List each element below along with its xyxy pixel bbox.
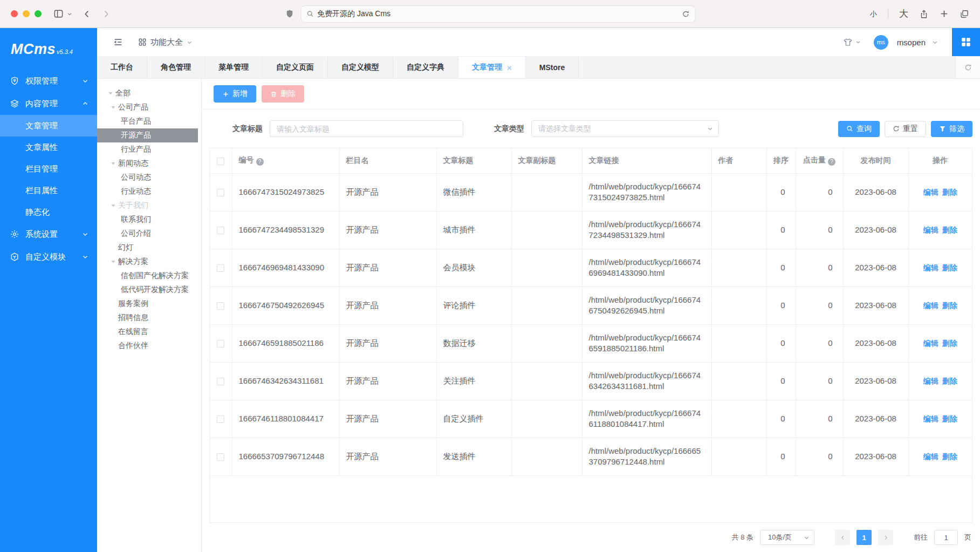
feature-menu[interactable]: 功能大全 xyxy=(138,37,193,47)
tab[interactable]: 自定义页面 xyxy=(263,57,328,78)
edit-link[interactable]: 编辑 xyxy=(923,263,938,272)
tree-node[interactable]: 行业动态 xyxy=(97,185,201,199)
row-checkbox[interactable] xyxy=(217,378,224,385)
row-checkbox[interactable] xyxy=(217,189,224,196)
tab[interactable]: 自定义字典 xyxy=(393,57,458,78)
add-button[interactable]: 新增 xyxy=(214,85,256,103)
tree-node[interactable]: 新闻动态 xyxy=(97,156,201,171)
search-button[interactable]: 查询 xyxy=(838,121,880,137)
edit-link[interactable]: 编辑 xyxy=(923,452,938,461)
tree-node[interactable]: 幻灯 xyxy=(97,241,201,255)
tab[interactable]: 角色管理 xyxy=(147,57,205,78)
edit-link[interactable]: 编辑 xyxy=(923,377,938,385)
edit-link[interactable]: 编辑 xyxy=(923,414,938,423)
sidebar-subitem[interactable]: 栏目属性 xyxy=(0,180,97,201)
sidebar-item[interactable]: 权限管理 xyxy=(0,70,97,92)
tree-node[interactable]: 行业产品 xyxy=(97,142,201,156)
delete-link[interactable]: 删除 xyxy=(942,414,957,423)
close-icon[interactable]: × xyxy=(507,64,512,72)
caret-down-icon[interactable] xyxy=(111,259,117,264)
caret-down-icon[interactable] xyxy=(111,161,117,166)
sidebar-subitem[interactable]: 文章管理 xyxy=(0,115,97,137)
tree-node[interactable]: 低代码开发解决方案 xyxy=(97,283,201,297)
page-number[interactable]: 1 xyxy=(856,530,872,545)
sidebar-subitem[interactable]: 栏目管理 xyxy=(0,158,97,180)
help-icon[interactable]: ? xyxy=(828,158,835,166)
zoom-window-button[interactable] xyxy=(35,10,42,17)
share-icon[interactable] xyxy=(919,9,929,19)
tree-node[interactable]: 关于我们 xyxy=(97,199,201,213)
new-tab-icon[interactable] xyxy=(940,9,949,18)
goto-page-input[interactable] xyxy=(934,530,958,545)
theme-picker[interactable] xyxy=(843,37,861,47)
url-bar[interactable]: 免费开源的 Java Cms xyxy=(300,5,695,23)
delete-link[interactable]: 删除 xyxy=(942,263,957,272)
browser-sidebar-icon[interactable] xyxy=(53,9,64,19)
tab[interactable]: 自定义模型 xyxy=(328,57,393,78)
privacy-shield-icon[interactable] xyxy=(285,9,294,18)
type-filter-select[interactable]: 请选择文章类型 xyxy=(531,120,719,137)
tree-node[interactable]: 信创国产化解决方案 xyxy=(97,269,201,283)
caret-down-icon[interactable] xyxy=(111,203,117,208)
tree-node[interactable]: 服务案例 xyxy=(97,297,201,311)
help-icon[interactable]: ? xyxy=(256,158,264,166)
tree-node[interactable]: 公司介绍 xyxy=(97,227,201,241)
tree-node[interactable]: 招聘信息 xyxy=(97,311,201,325)
avatar[interactable]: ms xyxy=(874,35,888,50)
edit-link[interactable]: 编辑 xyxy=(923,226,938,234)
row-checkbox[interactable] xyxy=(217,302,224,310)
chevron-down-icon[interactable] xyxy=(932,39,938,45)
text-zoom-out-button[interactable]: 小 xyxy=(870,9,877,19)
tab[interactable]: 工作台 xyxy=(97,57,147,78)
title-filter-input[interactable] xyxy=(270,120,463,137)
tab-refresh-button[interactable] xyxy=(955,57,980,78)
minimize-window-button[interactable] xyxy=(23,10,30,17)
delete-link[interactable]: 删除 xyxy=(942,339,957,347)
edit-link[interactable]: 编辑 xyxy=(923,339,938,347)
chevron-down-icon[interactable] xyxy=(67,11,72,17)
edit-link[interactable]: 编辑 xyxy=(923,301,938,310)
tab[interactable]: 菜单管理 xyxy=(205,57,263,78)
tree-node[interactable]: 解决方案 xyxy=(97,255,201,269)
delete-link[interactable]: 删除 xyxy=(942,377,957,385)
caret-down-icon[interactable] xyxy=(108,91,114,96)
sidebar-subitem[interactable]: 文章属性 xyxy=(0,137,97,158)
edit-link[interactable]: 编辑 xyxy=(923,188,938,196)
select-all-checkbox[interactable] xyxy=(217,158,224,165)
row-checkbox[interactable] xyxy=(217,415,224,423)
reload-icon[interactable] xyxy=(682,10,689,18)
reset-button[interactable]: 重置 xyxy=(885,121,926,137)
collapse-sidebar-icon[interactable] xyxy=(113,37,123,47)
tab-overview-icon[interactable] xyxy=(960,9,969,19)
tree-node[interactable]: 公司动态 xyxy=(97,171,201,185)
back-icon[interactable] xyxy=(82,9,92,19)
tree-node[interactable]: 联系我们 xyxy=(97,213,201,227)
tree-node[interactable]: 平台产品 xyxy=(97,114,201,128)
sidebar-subitem[interactable]: 静态化 xyxy=(0,201,97,223)
row-checkbox[interactable] xyxy=(217,264,224,272)
tab[interactable]: 文章管理× xyxy=(458,57,526,78)
filter-button[interactable]: 筛选 xyxy=(931,121,972,137)
close-window-button[interactable] xyxy=(11,10,18,17)
row-checkbox[interactable] xyxy=(217,340,224,347)
delete-link[interactable]: 删除 xyxy=(942,226,957,234)
sidebar-item[interactable]: 自定义模块 xyxy=(0,246,97,268)
sidebar-item[interactable]: 系统设置 xyxy=(0,223,97,246)
forward-icon[interactable] xyxy=(101,9,111,19)
tree-node[interactable]: 合作伙伴 xyxy=(97,339,201,353)
page-size-select[interactable]: 10条/页 xyxy=(760,530,814,545)
delete-button[interactable]: 删除 xyxy=(262,85,304,103)
delete-link[interactable]: 删除 xyxy=(942,452,957,461)
delete-link[interactable]: 删除 xyxy=(942,188,957,196)
tab[interactable]: MStore xyxy=(526,57,579,78)
tree-node[interactable]: 在线留言 xyxy=(97,325,201,339)
next-page-button[interactable] xyxy=(878,530,893,545)
tree-node[interactable]: 开源产品 xyxy=(97,128,198,142)
row-checkbox[interactable] xyxy=(217,227,224,234)
apps-grid-button[interactable] xyxy=(952,28,980,56)
sidebar-item[interactable]: 内容管理 xyxy=(0,92,97,115)
tree-node[interactable]: 公司产品 xyxy=(97,100,201,114)
delete-link[interactable]: 删除 xyxy=(942,301,957,310)
row-checkbox[interactable] xyxy=(217,453,224,461)
prev-page-button[interactable] xyxy=(835,530,850,545)
